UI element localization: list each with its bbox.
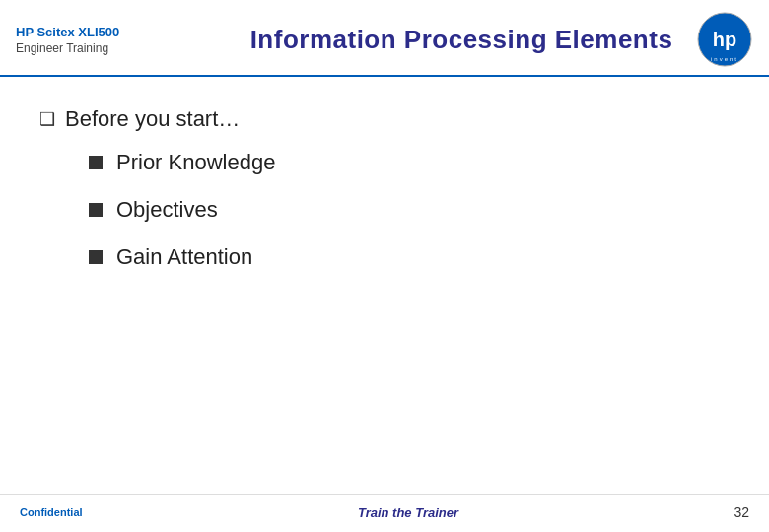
sub-bullet-item-1: Prior Knowledge: [89, 150, 730, 175]
brand-logo: HP Scitex XLI500: [16, 25, 239, 39]
sub-bullet-icon-3: [89, 250, 103, 264]
content-area: ❑ Before you start… Prior Knowledge Obje…: [0, 77, 769, 311]
hp-logo-icon: hp invent: [696, 11, 753, 68]
hp-logo-container: hp invent: [684, 10, 753, 69]
sub-bullet-icon-1: [89, 156, 103, 169]
svg-text:invent: invent: [711, 56, 738, 62]
footer: Confidential Train the Trainer 32: [0, 494, 769, 532]
main-bullet-item: ❑ Before you start…: [39, 106, 730, 132]
header: HP Scitex XLI500 Engineer Training Infor…: [0, 0, 769, 77]
sub-bullets-list: Prior Knowledge Objectives Gain Attentio…: [89, 150, 730, 270]
engineer-training-label: Engineer Training: [16, 41, 239, 55]
sub-bullet-text-1: Prior Knowledge: [116, 150, 275, 175]
slide-title-container: Information Processing Elements: [239, 25, 684, 55]
sub-bullet-item-3: Gain Attention: [89, 244, 730, 270]
footer-page-number: 32: [734, 504, 749, 520]
brand-name: HP Scitex XLI500: [16, 25, 119, 39]
sub-bullet-item-2: Objectives: [89, 197, 730, 223]
sub-bullet-text-2: Objectives: [116, 197, 218, 223]
main-bullet-icon: ❑: [39, 108, 55, 130]
footer-confidential: Confidential: [20, 506, 83, 518]
header-left: HP Scitex XLI500 Engineer Training: [16, 25, 239, 55]
sub-bullet-icon-2: [89, 203, 103, 217]
footer-train-trainer: Train the Trainer: [358, 505, 458, 520]
main-bullet-text: Before you start…: [65, 106, 240, 132]
slide: HP Scitex XLI500 Engineer Training Infor…: [0, 0, 769, 532]
svg-text:hp: hp: [713, 29, 736, 50]
sub-bullet-text-3: Gain Attention: [116, 244, 252, 270]
slide-title: Information Processing Elements: [239, 25, 684, 55]
